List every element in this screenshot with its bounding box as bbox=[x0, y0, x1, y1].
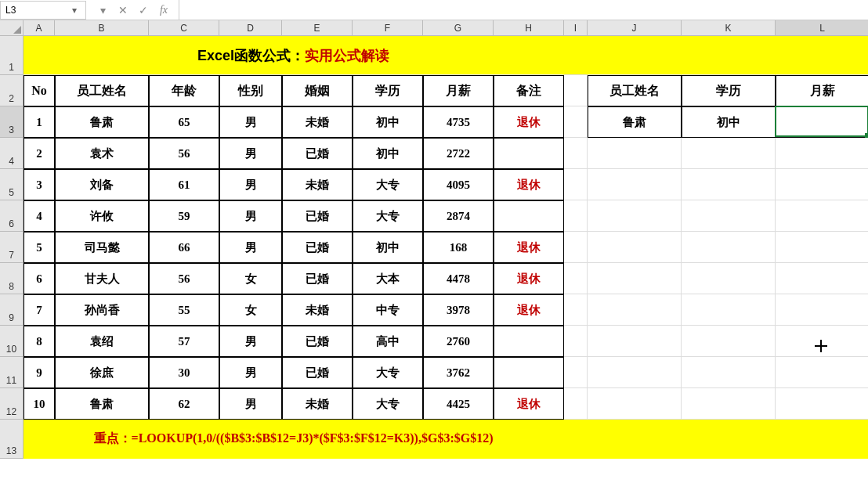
row-header-3[interactable]: 3 bbox=[0, 106, 24, 138]
header-side[interactable]: 员工姓名 bbox=[588, 75, 682, 106]
cell[interactable] bbox=[564, 169, 588, 200]
data-cell[interactable]: 初中 bbox=[353, 138, 423, 169]
cell[interactable] bbox=[588, 357, 682, 388]
cell[interactable] bbox=[682, 388, 776, 420]
data-cell[interactable]: 男 bbox=[219, 138, 282, 169]
cell[interactable] bbox=[588, 169, 682, 200]
data-cell[interactable]: 刘备 bbox=[55, 169, 149, 200]
data-cell[interactable]: 59 bbox=[149, 200, 219, 232]
cell[interactable] bbox=[776, 294, 868, 326]
data-cell[interactable]: 9 bbox=[24, 357, 55, 388]
cell[interactable] bbox=[776, 357, 868, 388]
header-main[interactable]: 学历 bbox=[353, 75, 423, 106]
row-header-8[interactable]: 8 bbox=[0, 263, 24, 294]
data-cell[interactable]: 袁绍 bbox=[55, 326, 149, 357]
fx-icon[interactable]: fx bbox=[157, 3, 171, 17]
data-cell[interactable] bbox=[494, 326, 564, 357]
row-header-4[interactable]: 4 bbox=[0, 138, 24, 169]
data-cell[interactable]: 62 bbox=[149, 388, 219, 420]
cell[interactable] bbox=[588, 388, 682, 420]
data-cell[interactable]: 已婚 bbox=[282, 138, 353, 169]
row-header-13[interactable]: 13 bbox=[0, 420, 24, 459]
lookup-edu[interactable]: 初中 bbox=[682, 106, 776, 138]
data-cell[interactable]: 许攸 bbox=[55, 200, 149, 232]
row-header-11[interactable]: 11 bbox=[0, 357, 24, 388]
cell[interactable] bbox=[776, 200, 868, 232]
cell[interactable] bbox=[588, 326, 682, 357]
cell[interactable] bbox=[682, 36, 776, 75]
cell[interactable] bbox=[564, 36, 588, 75]
data-cell[interactable]: 55 bbox=[149, 294, 219, 326]
data-cell[interactable]: 57 bbox=[149, 326, 219, 357]
cell[interactable] bbox=[564, 326, 588, 357]
data-cell[interactable]: 女 bbox=[219, 294, 282, 326]
data-cell[interactable]: 大本 bbox=[353, 263, 423, 294]
column-header-L[interactable]: L bbox=[776, 20, 868, 36]
data-cell[interactable]: 男 bbox=[219, 326, 282, 357]
data-cell[interactable]: 司马懿 bbox=[55, 232, 149, 263]
cell[interactable] bbox=[564, 263, 588, 294]
data-cell[interactable]: 4095 bbox=[423, 169, 494, 200]
data-cell[interactable] bbox=[494, 200, 564, 232]
column-header-B[interactable]: B bbox=[55, 20, 149, 36]
data-cell[interactable]: 退休 bbox=[494, 106, 564, 138]
header-main[interactable]: No bbox=[24, 75, 55, 106]
data-cell[interactable]: 男 bbox=[219, 232, 282, 263]
cell[interactable] bbox=[682, 200, 776, 232]
row-header-1[interactable]: 1 bbox=[0, 36, 24, 75]
data-cell[interactable]: 退休 bbox=[494, 263, 564, 294]
cell[interactable] bbox=[564, 420, 588, 459]
cell[interactable] bbox=[776, 420, 868, 459]
name-box[interactable]: L3 ▾ bbox=[0, 1, 86, 20]
data-cell[interactable]: 未婚 bbox=[282, 294, 353, 326]
data-cell[interactable]: 男 bbox=[219, 388, 282, 420]
cell[interactable] bbox=[682, 169, 776, 200]
cell[interactable] bbox=[564, 138, 588, 169]
cell[interactable] bbox=[588, 263, 682, 294]
data-cell[interactable]: 4735 bbox=[423, 106, 494, 138]
cell[interactable] bbox=[776, 232, 868, 263]
cell[interactable] bbox=[776, 263, 868, 294]
cell[interactable] bbox=[564, 232, 588, 263]
header-main[interactable]: 性别 bbox=[219, 75, 282, 106]
data-cell[interactable] bbox=[494, 357, 564, 388]
data-cell[interactable]: 10 bbox=[24, 388, 55, 420]
column-header-H[interactable]: H bbox=[494, 20, 564, 36]
header-side[interactable]: 月薪 bbox=[776, 75, 868, 106]
data-cell[interactable]: 大专 bbox=[353, 169, 423, 200]
row-header-9[interactable]: 9 bbox=[0, 294, 24, 326]
cell[interactable] bbox=[588, 294, 682, 326]
cancel-icon[interactable]: ✕ bbox=[116, 3, 130, 17]
column-header-D[interactable]: D bbox=[219, 20, 282, 36]
cell[interactable] bbox=[682, 420, 776, 459]
data-cell[interactable]: 8 bbox=[24, 326, 55, 357]
data-cell[interactable]: 鲁肃 bbox=[55, 388, 149, 420]
cell[interactable] bbox=[564, 388, 588, 420]
data-cell[interactable]: 2760 bbox=[423, 326, 494, 357]
footer-cell[interactable]: 重点：=LOOKUP(1,0/(($B$3:$B$12=J3)*($F$3:$F… bbox=[24, 420, 564, 459]
data-cell[interactable]: 4 bbox=[24, 200, 55, 232]
data-cell[interactable]: 男 bbox=[219, 169, 282, 200]
data-cell[interactable]: 1 bbox=[24, 106, 55, 138]
cell[interactable] bbox=[682, 326, 776, 357]
data-cell[interactable]: 2 bbox=[24, 138, 55, 169]
column-header-E[interactable]: E bbox=[282, 20, 353, 36]
data-cell[interactable]: 4425 bbox=[423, 388, 494, 420]
row-header-7[interactable]: 7 bbox=[0, 232, 24, 263]
cell[interactable] bbox=[776, 169, 868, 200]
data-cell[interactable]: 3762 bbox=[423, 357, 494, 388]
cell[interactable] bbox=[776, 138, 868, 169]
data-cell[interactable]: 7 bbox=[24, 294, 55, 326]
data-cell[interactable]: 66 bbox=[149, 232, 219, 263]
data-cell[interactable]: 56 bbox=[149, 263, 219, 294]
cell[interactable] bbox=[588, 138, 682, 169]
data-cell[interactable]: 已婚 bbox=[282, 326, 353, 357]
data-cell[interactable]: 65 bbox=[149, 106, 219, 138]
cell[interactable] bbox=[588, 232, 682, 263]
data-cell[interactable]: 袁术 bbox=[55, 138, 149, 169]
cell[interactable] bbox=[682, 263, 776, 294]
data-cell[interactable]: 男 bbox=[219, 200, 282, 232]
header-main[interactable]: 婚姻 bbox=[282, 75, 353, 106]
data-cell[interactable]: 男 bbox=[219, 106, 282, 138]
data-cell[interactable]: 退休 bbox=[494, 388, 564, 420]
